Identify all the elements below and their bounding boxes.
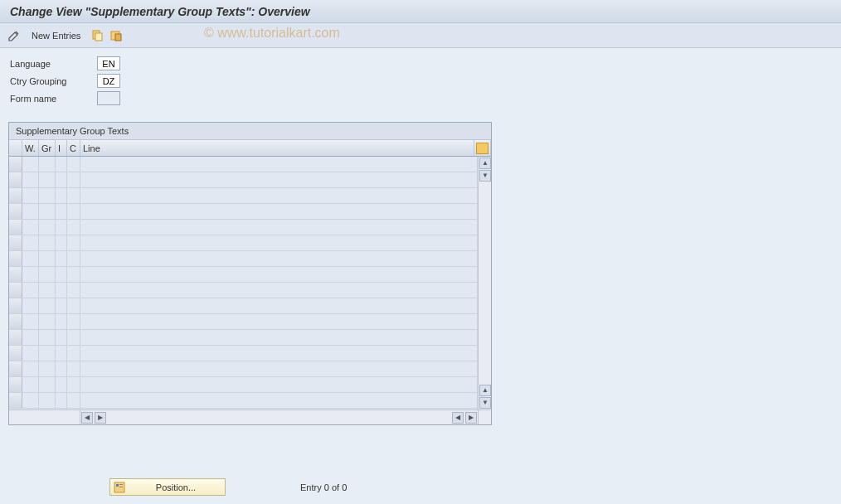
form-name-label: Form name bbox=[10, 94, 97, 104]
form-area: Language Ctry Grouping Form name bbox=[0, 48, 841, 112]
change-icon[interactable] bbox=[7, 28, 22, 43]
svg-rect-1 bbox=[95, 33, 102, 41]
table-row[interactable] bbox=[9, 220, 478, 235]
hscroll-spacer bbox=[9, 410, 80, 424]
delimit-icon[interactable] bbox=[109, 28, 124, 43]
grid-header-gr[interactable]: Gr bbox=[39, 140, 56, 156]
grid-header-w[interactable]: W. bbox=[22, 140, 39, 156]
scroll-down-small-icon[interactable]: ▼ bbox=[479, 170, 491, 182]
position-icon bbox=[114, 482, 125, 493]
scroll-up-icon[interactable]: ▲ bbox=[479, 158, 491, 169]
language-label: Language bbox=[10, 59, 97, 69]
watermark: © www.tutorialkart.com bbox=[204, 26, 340, 41]
table-row[interactable] bbox=[9, 188, 478, 204]
position-button[interactable]: Position... bbox=[109, 478, 226, 496]
page-title: Change View "Supplementary Group Texts":… bbox=[10, 5, 310, 18]
scroll-left-small-icon[interactable]: ◀ bbox=[452, 412, 464, 424]
grid-body: ▲ ▼ ▲ ▼ bbox=[9, 157, 491, 410]
table-row[interactable] bbox=[9, 283, 478, 298]
grid-header-c[interactable]: C bbox=[67, 140, 80, 156]
grid-rows-area bbox=[9, 157, 478, 410]
new-entries-button[interactable]: New Entries bbox=[28, 29, 84, 42]
svg-rect-6 bbox=[119, 484, 123, 485]
ctry-grouping-field[interactable] bbox=[97, 74, 120, 88]
ctry-grouping-label: Ctry Grouping bbox=[10, 76, 97, 86]
bottom-bar: Position... Entry 0 of 0 bbox=[0, 478, 841, 496]
position-button-label: Position... bbox=[130, 482, 221, 492]
table-row[interactable] bbox=[9, 393, 478, 409]
title-bar: Change View "Supplementary Group Texts":… bbox=[0, 0, 841, 23]
grid-header-line[interactable]: Line bbox=[80, 140, 474, 156]
grid-title: Supplementary Group Texts bbox=[9, 123, 491, 140]
svg-rect-3 bbox=[115, 34, 121, 41]
scroll-down-icon[interactable]: ▼ bbox=[479, 397, 491, 409]
table-row[interactable] bbox=[9, 361, 478, 377]
table-row[interactable] bbox=[9, 346, 478, 361]
language-field[interactable] bbox=[97, 56, 120, 70]
copy-icon[interactable] bbox=[90, 28, 105, 43]
table-row[interactable] bbox=[9, 204, 478, 220]
table-row[interactable] bbox=[9, 330, 478, 346]
scroll-left-icon[interactable]: ◀ bbox=[81, 412, 93, 424]
vertical-scrollbar[interactable]: ▲ ▼ ▲ ▼ bbox=[478, 157, 491, 410]
table-row[interactable] bbox=[9, 314, 478, 330]
horizontal-scrollbar[interactable]: ◀ ▶ ◀ ▶ bbox=[9, 410, 491, 424]
entry-count-text: Entry 0 of 0 bbox=[300, 482, 347, 492]
table-row[interactable] bbox=[9, 251, 478, 267]
toolbar: New Entries © www.tutorialkart.com bbox=[0, 23, 841, 48]
grid-config-button[interactable] bbox=[474, 140, 491, 156]
form-name-field[interactable] bbox=[97, 91, 120, 105]
column-config-icon bbox=[476, 143, 489, 154]
table-row[interactable] bbox=[9, 235, 478, 251]
grid-container: Supplementary Group Texts W. Gr I C Line bbox=[8, 122, 492, 425]
scroll-up-small-icon[interactable]: ▲ bbox=[479, 385, 491, 396]
hscroll-end bbox=[478, 410, 491, 424]
grid-header-i[interactable]: I bbox=[56, 140, 67, 156]
table-row[interactable] bbox=[9, 377, 478, 393]
table-row[interactable] bbox=[9, 172, 478, 188]
grid-header-selector bbox=[9, 140, 22, 156]
svg-rect-7 bbox=[119, 487, 123, 487]
table-row[interactable] bbox=[9, 267, 478, 283]
scroll-right-small-icon[interactable]: ▶ bbox=[95, 412, 106, 424]
table-row[interactable] bbox=[9, 298, 478, 314]
svg-rect-5 bbox=[116, 484, 119, 487]
grid-header-row: W. Gr I C Line bbox=[9, 140, 491, 157]
table-row[interactable] bbox=[9, 157, 478, 172]
scroll-right-icon[interactable]: ▶ bbox=[465, 412, 477, 424]
